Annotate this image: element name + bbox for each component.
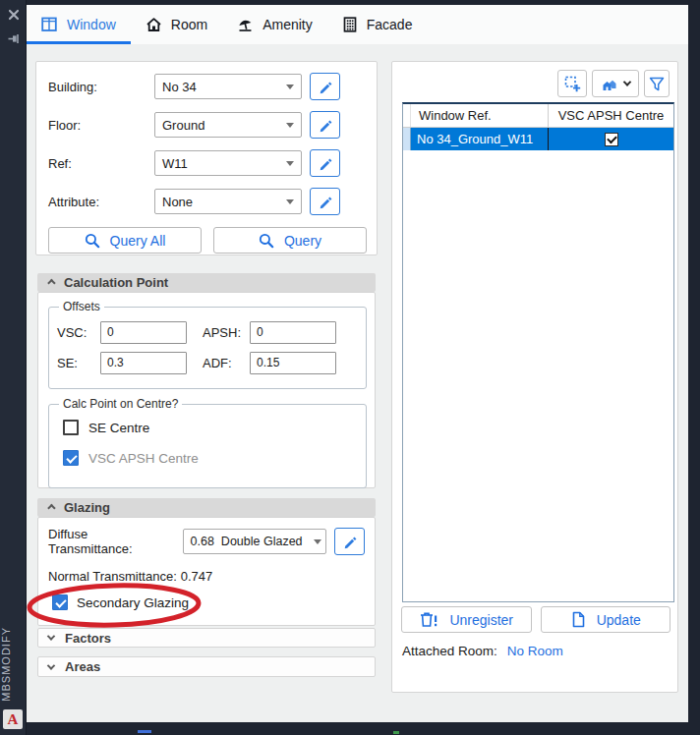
vsc-input[interactable] [100, 321, 187, 344]
tab-bar: Window Room Amenity Facade [27, 5, 688, 44]
chevron-down-icon [286, 123, 294, 128]
bottom-edge-artifact [138, 730, 151, 733]
tab-amenity[interactable]: Amenity [222, 5, 327, 44]
apsh-input[interactable] [250, 321, 336, 344]
floor-label: Floor: [48, 118, 154, 133]
vsc-apsh-centre-checkbox[interactable] [63, 450, 79, 466]
floor-value: Ground [162, 118, 204, 133]
attached-room-value[interactable]: No Room [507, 644, 563, 658]
secondary-glazing-label: Secondary Glazing [77, 595, 189, 610]
query-button[interactable]: Query [213, 227, 367, 254]
chevron-down-icon [286, 161, 294, 166]
chevron-down-icon [286, 85, 294, 89]
umbrella-icon [237, 17, 254, 32]
select-windows-button[interactable] [557, 70, 587, 97]
close-icon[interactable] [5, 6, 22, 23]
bottom-edge-artifact [393, 731, 399, 734]
secondary-glazing-checkbox[interactable] [52, 594, 68, 610]
offsets-row-2: SE: ADF: [57, 351, 358, 374]
zoom-to-windows-dropdown-button[interactable] [592, 70, 639, 97]
query-label: Query [284, 233, 321, 249]
attribute-edit-button[interactable] [310, 188, 340, 215]
tab-facade[interactable]: Facade [327, 5, 428, 44]
marquee-add-icon [564, 76, 581, 92]
glazing-body: Diffuse Transmittance: 0.68 Double Glaze… [37, 517, 376, 626]
document-icon [570, 611, 586, 628]
building-edit-button[interactable] [310, 73, 340, 100]
filter-button[interactable] [644, 70, 670, 97]
se-centre-label: SE Centre [88, 421, 149, 435]
tab-room-label: Room [171, 17, 207, 32]
chevron-down-icon [314, 539, 321, 544]
offsets-legend: Offsets [59, 300, 104, 313]
attribute-row: Attribute: None [48, 189, 367, 214]
adf-label: ADF: [203, 356, 250, 370]
window-icon [41, 17, 58, 32]
update-button[interactable]: Update [541, 606, 671, 633]
adf-input[interactable] [250, 352, 336, 374]
chevron-up-icon [47, 278, 55, 286]
search-icon [259, 233, 274, 249]
chevron-down-icon [622, 78, 630, 85]
glazing-title: Glazing [64, 500, 110, 515]
building-value: No 34 [162, 80, 197, 94]
calculation-point-title: Calculation Point [64, 275, 168, 290]
pencil-icon [318, 118, 332, 133]
building-row: Building: No 34 [48, 74, 367, 99]
apsh-label: APSH: [203, 325, 250, 340]
unregister-label: Unregister [449, 612, 513, 628]
results-actions: Unregister Update [401, 606, 671, 633]
attached-room-row: Attached Room: No Room [402, 644, 563, 658]
glazing-header[interactable]: Glazing [37, 498, 376, 517]
window-ref-cell[interactable]: No 34_Ground_W11 [411, 128, 549, 150]
row-selector-gutter[interactable] [403, 128, 411, 150]
areas-title: Areas [65, 659, 100, 674]
tab-facade-label: Facade [367, 17, 413, 32]
tab-room[interactable]: Room [131, 5, 222, 44]
table-row[interactable]: No 34_Ground_W11 [403, 128, 673, 150]
areas-header[interactable]: Areas [37, 656, 376, 677]
chevron-down-icon [286, 199, 294, 204]
vsc-apsh-centre-cell [549, 128, 673, 150]
floor-edit-button[interactable] [310, 111, 340, 139]
calculation-point-body: Offsets VSC: APSH: SE: ADF: Calc Point o… [37, 292, 376, 488]
row-vsc-apsh-checkbox[interactable] [605, 133, 618, 146]
floor-dropdown[interactable]: Ground [154, 112, 302, 138]
tab-window-label: Window [67, 17, 116, 32]
ref-label: Ref: [48, 156, 154, 171]
table-header: Window Ref. VSC APSH Centre [403, 104, 673, 128]
chevron-down-icon [47, 661, 55, 669]
column-vsc-apsh-centre[interactable]: VSC APSH Centre [549, 104, 673, 127]
search-icon [85, 233, 100, 249]
unregister-button[interactable]: Unregister [401, 606, 532, 633]
calc-point-centre-legend: Calc Point on Centre? [59, 397, 182, 411]
diffuse-transmittance-dropdown[interactable]: 0.68 Double Glazed [183, 529, 326, 554]
ref-edit-button[interactable] [310, 149, 340, 177]
factors-header[interactable]: Factors [37, 628, 376, 648]
diffuse-transmittance-edit-button[interactable] [334, 528, 365, 555]
row-header-gutter [403, 104, 411, 127]
tab-amenity-label: Amenity [262, 17, 313, 32]
se-centre-checkbox[interactable] [63, 420, 79, 435]
home-icon [146, 17, 162, 32]
auto-hide-pin-icon[interactable] [5, 30, 22, 47]
autocad-logo: A [3, 709, 23, 729]
secondary-glazing-row: Secondary Glazing [52, 594, 365, 610]
building-dropdown[interactable]: No 34 [154, 74, 302, 99]
attribute-value: None [162, 195, 193, 209]
tab-window[interactable]: Window [27, 5, 131, 44]
pencil-icon [318, 80, 332, 94]
calculation-point-header[interactable]: Calculation Point [37, 273, 376, 292]
diffuse-transmittance-label: Diffuse Transmittance: [48, 527, 174, 556]
palette-title-vertical: MBSMODIFY [0, 627, 27, 702]
normal-transmittance-row: Normal Transmittance: 0.747 [48, 569, 365, 584]
attached-room-label: Attached Room: [402, 644, 497, 658]
ref-dropdown[interactable]: W11 [154, 150, 302, 176]
query-buttons-row: Query All Query [48, 227, 367, 254]
attribute-dropdown[interactable]: None [154, 189, 302, 214]
column-window-ref[interactable]: Window Ref. [411, 104, 549, 127]
diffuse-transmittance-value: 0.68 Double Glazed [191, 535, 303, 548]
query-all-button[interactable]: Query All [48, 227, 202, 254]
diffuse-transmittance-row: Diffuse Transmittance: 0.68 Double Glaze… [48, 527, 365, 556]
se-input[interactable] [100, 352, 187, 374]
